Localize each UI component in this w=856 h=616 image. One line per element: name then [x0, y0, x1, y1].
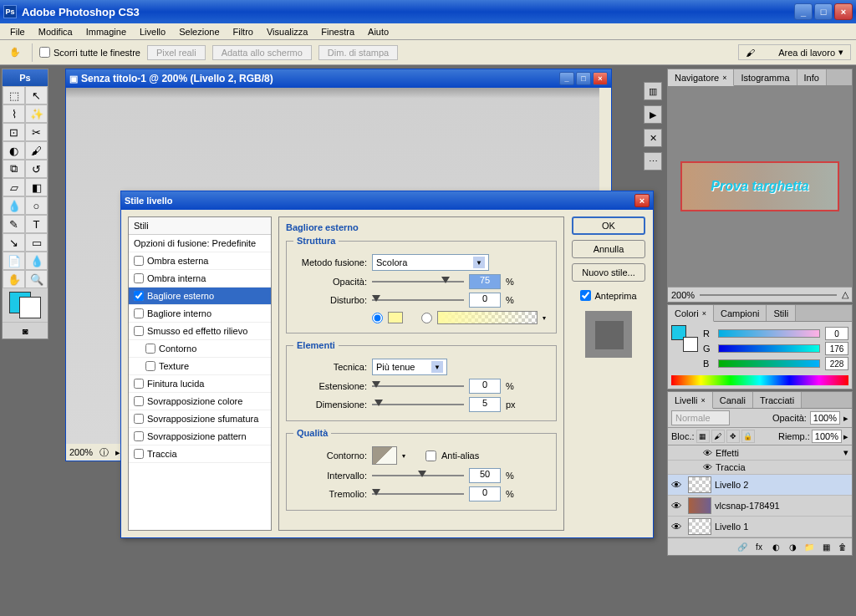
b-value[interactable]: 228: [825, 357, 848, 370]
zoom-tool[interactable]: 🔍: [25, 270, 48, 288]
style-item-10[interactable]: Sovrapposizione pattern: [129, 428, 271, 445]
opacity-slider[interactable]: [372, 275, 464, 288]
cancel-button[interactable]: Annulla: [572, 240, 645, 258]
tab-livelli[interactable]: Livelli×: [668, 392, 713, 409]
ok-button[interactable]: OK: [572, 216, 645, 235]
preview-checkbox[interactable]: [580, 290, 591, 301]
b-slider[interactable]: [718, 359, 820, 368]
layer-row-2[interactable]: 👁Livello 2: [668, 475, 852, 496]
maximize-button[interactable]: □: [814, 3, 833, 20]
quick-mask-toggle[interactable]: ◙: [3, 322, 48, 339]
gradient-tool[interactable]: ◧: [25, 178, 48, 196]
tab-tracciati[interactable]: Tracciati: [753, 392, 802, 408]
style-item-3[interactable]: Bagliore interno: [129, 305, 271, 323]
notes-tool[interactable]: 📄: [3, 252, 25, 270]
layer-thumbnail[interactable]: [688, 476, 711, 493]
noise-slider[interactable]: [372, 293, 464, 307]
adatta-schermo-button[interactable]: Adatta allo schermo: [212, 45, 312, 60]
brush-tool[interactable]: 🖌: [25, 141, 48, 160]
layer-row-3[interactable]: 👁vlcsnap-178491: [668, 496, 852, 517]
jitter-input[interactable]: 0: [469, 486, 501, 501]
opacity-value[interactable]: 100%: [810, 411, 840, 425]
menu-livello[interactable]: Livello: [133, 25, 172, 38]
layer-row-4[interactable]: 👁Livello 1: [668, 517, 852, 537]
status-info-icon[interactable]: ⓘ: [99, 446, 109, 459]
antialias-checkbox[interactable]: [425, 451, 436, 461]
menu-filtro[interactable]: Filtro: [227, 25, 260, 38]
hand-tool-icon[interactable]: ✋: [5, 44, 25, 61]
visibility-icon[interactable]: 👁: [671, 500, 685, 512]
wand-tool[interactable]: ✨: [25, 104, 48, 123]
style-checkbox[interactable]: [134, 449, 144, 459]
visibility-icon[interactable]: 👁: [671, 479, 685, 491]
navigator-zoom[interactable]: 200%: [671, 290, 695, 300]
tab-info[interactable]: Info: [797, 69, 827, 85]
layer-thumbnail[interactable]: [688, 497, 711, 514]
blend-mode-dropdown[interactable]: Scolora ▼: [372, 254, 489, 271]
tab-stili[interactable]: Stili: [767, 305, 796, 321]
noise-input[interactable]: 0: [469, 293, 501, 308]
spread-input[interactable]: 0: [469, 379, 501, 394]
style-item-2[interactable]: Bagliore esterno: [129, 288, 271, 305]
technique-dropdown[interactable]: Più tenue ▼: [372, 359, 447, 375]
doc-maximize-button[interactable]: □: [576, 72, 591, 85]
style-checkbox[interactable]: [134, 273, 144, 283]
menu-visualizza[interactable]: Visualizza: [260, 25, 314, 38]
gradient-radio[interactable]: [421, 313, 432, 323]
size-slider[interactable]: [372, 398, 464, 411]
mask-icon[interactable]: ◐: [768, 540, 783, 553]
blend-options-row[interactable]: Opzioni di fusione: Predefinite: [129, 235, 271, 252]
glow-color-swatch[interactable]: [388, 312, 403, 323]
trash-icon[interactable]: 🗑: [835, 540, 850, 553]
style-checkbox[interactable]: [134, 326, 144, 336]
color-swatch-pair[interactable]: [671, 325, 698, 352]
r-value[interactable]: 0: [825, 327, 848, 340]
adjustment-icon[interactable]: ◑: [785, 540, 800, 553]
g-slider[interactable]: [718, 344, 820, 353]
link-layers-icon[interactable]: 🔗: [735, 540, 750, 553]
color-swatches[interactable]: [3, 288, 48, 322]
menu-immagine[interactable]: Immagine: [79, 25, 133, 38]
new-style-button[interactable]: Nuovo stile...: [572, 263, 645, 282]
blend-mode-select[interactable]: Normale: [671, 410, 730, 425]
move-tool[interactable]: ⬚: [3, 86, 25, 104]
lock-move-icon[interactable]: ✥: [726, 430, 740, 443]
menu-selezione[interactable]: Selezione: [172, 25, 226, 38]
menu-modifica[interactable]: Modifica: [32, 25, 79, 38]
folder-icon[interactable]: 📁: [802, 540, 817, 553]
workspace-selector[interactable]: 🖌 Area di lavoro ▾: [738, 44, 851, 60]
tab-canali[interactable]: Canali: [713, 392, 753, 408]
visibility-icon[interactable]: 👁: [671, 521, 685, 533]
style-checkbox[interactable]: [145, 361, 155, 371]
menu-finestra[interactable]: Finestra: [314, 25, 361, 38]
panel-icon-3[interactable]: ✕: [644, 129, 662, 147]
eyedropper-tool[interactable]: 💧: [25, 252, 48, 270]
layer-row-0[interactable]: 👁Effetti▾: [668, 445, 852, 461]
hue-ramp[interactable]: [671, 375, 848, 385]
style-checkbox[interactable]: [134, 379, 144, 389]
fill-value[interactable]: 100%: [812, 430, 842, 443]
fx-icon[interactable]: fx: [752, 540, 767, 553]
pen-tool[interactable]: ✎: [3, 215, 25, 233]
doc-minimize-button[interactable]: _: [559, 72, 574, 85]
dialog-close-button[interactable]: ×: [634, 194, 650, 207]
stamp-tool[interactable]: ⧉: [3, 160, 25, 178]
style-item-8[interactable]: Sovrapposizione colore: [129, 393, 271, 410]
slice-tool[interactable]: ✂: [25, 123, 48, 141]
background-swatch[interactable]: [19, 297, 41, 318]
jitter-slider[interactable]: [372, 487, 464, 501]
history-brush-tool[interactable]: ↺: [25, 160, 48, 178]
zoom-in-icon[interactable]: △: [842, 289, 848, 300]
style-item-11[interactable]: Traccia: [129, 445, 271, 463]
layer-thumbnail[interactable]: [688, 518, 711, 535]
scroll-all-checkbox[interactable]: [39, 47, 50, 58]
eraser-tool[interactable]: ▱: [3, 178, 25, 196]
menu-aiuto[interactable]: Aiuto: [361, 25, 395, 38]
glow-gradient-swatch[interactable]: [437, 311, 538, 324]
style-checkbox[interactable]: [134, 431, 144, 441]
type-tool[interactable]: T: [25, 215, 48, 233]
new-layer-icon[interactable]: ▦: [818, 540, 833, 553]
styles-header[interactable]: Stili: [129, 217, 271, 235]
contour-swatch[interactable]: [372, 446, 397, 465]
lasso-tool[interactable]: ⌇: [3, 104, 25, 123]
